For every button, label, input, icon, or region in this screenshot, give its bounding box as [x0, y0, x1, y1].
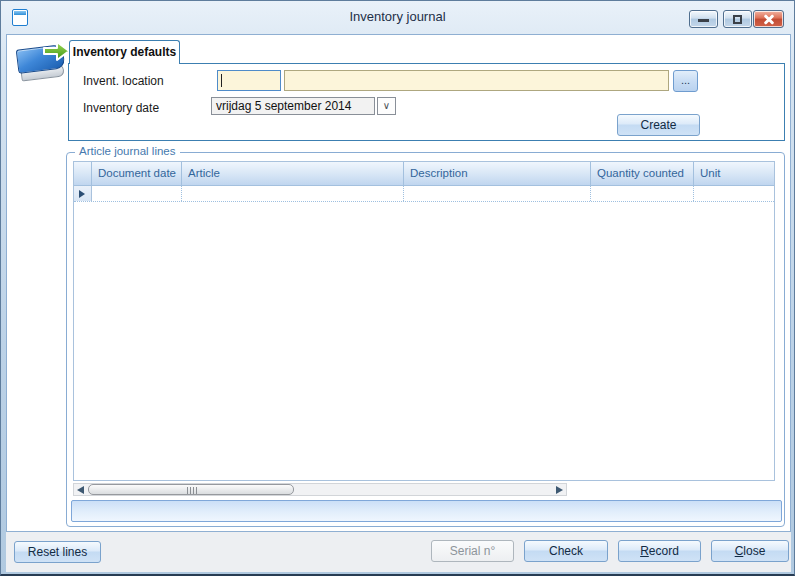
table-header-row: Document date Article Description Quanti… — [74, 162, 774, 186]
scrollbar-grip — [187, 487, 197, 494]
table-cell-document-date[interactable] — [92, 186, 182, 201]
article-journal-lines-group: Article journal lines Document date Arti… — [66, 152, 785, 527]
column-header-unit[interactable]: Unit — [694, 162, 774, 185]
inventory-date-label: Inventory date — [83, 101, 159, 115]
footer-bar: Reset lines Serial n° Check Record Close — [6, 532, 791, 572]
close-button[interactable]: Close — [711, 540, 789, 562]
scroll-left-arrow-icon[interactable] — [77, 486, 84, 494]
column-header-quantity-counted[interactable]: Quantity counted — [591, 162, 694, 185]
minimize-button[interactable] — [689, 10, 718, 28]
invent-location-label: Invent. location — [83, 74, 164, 88]
browse-button[interactable]: ... — [673, 70, 698, 92]
chevron-down-icon[interactable]: ∨ — [377, 97, 396, 115]
text-caret — [221, 74, 222, 87]
close-window-button[interactable] — [753, 10, 784, 28]
dialog-body: Inventory defaults Invent. location ... … — [6, 34, 791, 532]
row-selector-header[interactable] — [74, 162, 92, 185]
horizontal-scrollbar[interactable] — [73, 483, 567, 496]
maximize-icon — [733, 15, 742, 24]
summary-strip — [71, 500, 782, 522]
inventory-defaults-panel: Invent. location ... Inventory date vrij… — [68, 63, 785, 141]
check-button[interactable]: Check — [524, 540, 608, 562]
inventory-journal-window: Inventory journal — [0, 0, 795, 576]
minimize-icon — [698, 19, 709, 22]
column-header-document-date[interactable]: Document date — [92, 162, 182, 185]
inventory-date-combo[interactable]: vrijdag 5 september 2014 — [211, 97, 375, 115]
table-cell-unit[interactable] — [694, 186, 774, 201]
tab-inventory-defaults[interactable]: Inventory defaults — [69, 40, 180, 64]
journal-lines-table: Document date Article Description Quanti… — [73, 161, 775, 481]
record-button[interactable]: Record — [618, 540, 701, 562]
right-triangle-icon — [79, 190, 85, 198]
maximize-button[interactable] — [723, 10, 752, 28]
location-code-input[interactable] — [217, 70, 281, 91]
scroll-right-arrow-icon[interactable] — [556, 486, 563, 494]
table-cell-article[interactable] — [182, 186, 404, 201]
location-name-input[interactable] — [284, 70, 669, 91]
scrollbar-thumb[interactable] — [88, 484, 294, 495]
create-button[interactable]: Create — [617, 114, 700, 136]
group-label: Article journal lines — [75, 145, 180, 157]
book-arrow-icon — [16, 41, 70, 93]
row-selector-cell[interactable] — [74, 186, 92, 201]
serial-number-button: Serial n° — [431, 540, 514, 562]
column-header-article[interactable]: Article — [182, 162, 404, 185]
column-header-description[interactable]: Description — [404, 162, 591, 185]
table-row[interactable] — [74, 186, 774, 202]
window-title: Inventory journal — [1, 9, 794, 24]
reset-lines-button[interactable]: Reset lines — [14, 541, 101, 563]
table-cell-quantity-counted[interactable] — [591, 186, 694, 201]
table-cell-description[interactable] — [404, 186, 591, 201]
titlebar[interactable]: Inventory journal — [1, 1, 794, 34]
